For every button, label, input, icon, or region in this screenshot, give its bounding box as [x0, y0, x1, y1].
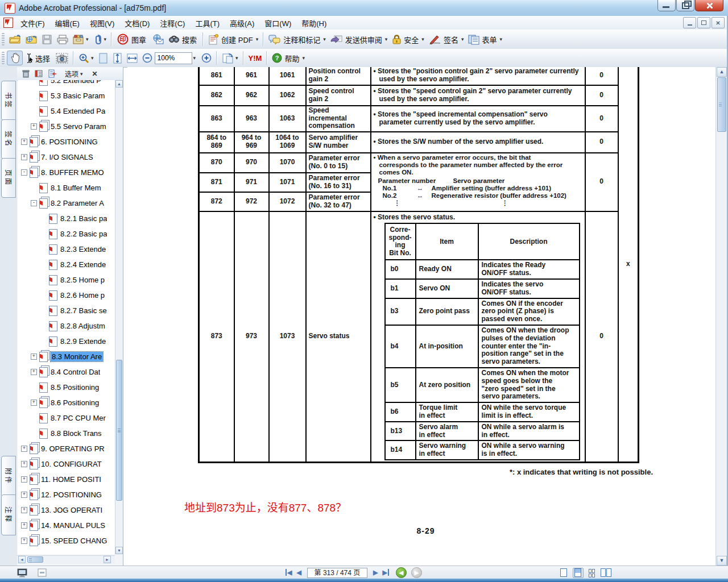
bookmark-label[interactable]: 8.2.5 Home p — [60, 276, 105, 284]
bookmark-label[interactable]: 8.1 Buffer Mem — [51, 184, 101, 192]
expand-toggle[interactable]: + — [21, 154, 27, 160]
bookmark-item[interactable]: 8.2.7 Basic se — [18, 303, 115, 318]
bookmark-item[interactable]: 8.2.4 Extende — [18, 257, 115, 272]
scroll-thumb[interactable] — [27, 556, 43, 563]
fit-page-button[interactable] — [96, 51, 110, 65]
doc-close-button[interactable]: ✕ — [712, 17, 725, 28]
zoom-level-field[interactable] — [155, 52, 192, 64]
bookmark-item[interactable]: -8.2 Parameter A — [18, 196, 115, 211]
new-bookmark-button[interactable] — [48, 69, 57, 78]
menu-file[interactable]: 文件(F) — [15, 16, 50, 30]
bookmark-item[interactable]: 8.5 Positioning — [18, 380, 115, 395]
single-page-button[interactable] — [559, 568, 569, 578]
minimize-button[interactable] — [657, 0, 676, 11]
bookmark-item[interactable]: 8.2.1 Basic pa — [18, 211, 115, 226]
bookmark-item[interactable]: 8.2.2 Basic pa — [18, 226, 115, 242]
scroll-thumb[interactable] — [116, 360, 122, 501]
options-menu-button[interactable]: 选项▾ — [65, 69, 83, 78]
bookmark-item[interactable]: 8.7 PC CPU Mer — [18, 410, 115, 426]
next-page-button[interactable]: ▶ — [373, 569, 378, 576]
bookmark-label[interactable]: 8.2.2 Basic pa — [60, 230, 107, 238]
send-review-button[interactable]: 发送供审阅▾ — [328, 32, 390, 47]
expand-toggle[interactable]: + — [31, 369, 37, 375]
first-page-button[interactable]: ◀ — [286, 569, 292, 576]
bookmark-item[interactable]: 8.8 Block Trans — [18, 426, 115, 441]
expand-toggle[interactable]: - — [21, 169, 27, 176]
bookmark-label[interactable]: 5.2 Extended P — [51, 80, 101, 85]
organizer-button[interactable]: ▾ — [71, 33, 91, 46]
panel-close-button[interactable]: ✕ — [92, 70, 98, 78]
bookmark-label[interactable]: 8.6 Positioning — [51, 398, 99, 407]
nav-tab-pages[interactable]: 页面 — [1, 158, 16, 198]
scroll-right-button[interactable]: ► — [104, 556, 111, 563]
bookmark-item[interactable]: +8.4 Control Dat — [18, 364, 115, 380]
zoom-dropdown-arrow[interactable]: ▾ — [193, 55, 196, 61]
expand-toggle[interactable]: - — [31, 200, 37, 206]
sidebar-vscrollbar[interactable]: ▲ ▼ — [115, 80, 123, 554]
email-button[interactable] — [150, 32, 166, 46]
page-number-field[interactable]: 第 313 / 474 页 — [307, 568, 367, 578]
expand-toggle[interactable]: + — [21, 507, 27, 513]
last-page-button[interactable]: ▶ — [382, 569, 388, 576]
bookmark-label[interactable]: 8.2.1 Basic pa — [60, 214, 107, 223]
expand-toggle[interactable]: + — [21, 446, 27, 452]
zoom-in-button[interactable] — [199, 51, 214, 65]
zoom-out-button[interactable] — [140, 51, 155, 65]
bookmark-item[interactable]: +10. CONFIGURAT — [18, 456, 115, 472]
save-button[interactable] — [40, 33, 55, 46]
bookmark-item[interactable]: +7. I/O SIGNALS — [18, 149, 115, 165]
toolbar-grip[interactable] — [2, 33, 5, 45]
bookmark-item[interactable]: +5.5 Servo Param — [18, 119, 115, 134]
bookmark-label[interactable]: 8.4 Control Dat — [51, 368, 100, 376]
bookmark-label[interactable]: 9. OPERATING PR — [41, 444, 105, 453]
sidebar-hscrollbar[interactable]: ◄ ► — [17, 555, 115, 564]
bookmark-item[interactable]: +9. OPERATING PR — [18, 441, 115, 456]
help-button[interactable]: ?帮助▾ — [270, 51, 307, 65]
bookmark-label[interactable]: 8.7 PC CPU Mer — [51, 414, 106, 422]
history-forward-button[interactable]: ▶ — [411, 567, 422, 578]
bookmark-label[interactable]: 5.4 Extended Pa — [51, 107, 105, 115]
bookmark-item[interactable]: +8.3 Monitor Are — [18, 349, 115, 364]
document-icon[interactable] — [3, 18, 13, 28]
toolbar-grip[interactable] — [2, 52, 5, 64]
bookmark-item[interactable]: +14. MANUAL PULS — [18, 518, 115, 533]
bookmark-item[interactable]: 5.3 Basic Param — [18, 88, 115, 103]
bookmark-label[interactable]: 8. BUFFER MEMO — [41, 168, 104, 177]
expand-toggle[interactable]: + — [31, 354, 37, 360]
scroll-down-button[interactable]: ▼ — [115, 547, 123, 554]
scroll-thumb[interactable] — [717, 77, 726, 132]
print-button[interactable] — [55, 33, 71, 46]
nav-tab-attachments[interactable]: 附件 — [1, 456, 16, 497]
bookmark-item[interactable]: +6. POSITIONING — [18, 134, 115, 149]
expand-toggle[interactable]: + — [31, 123, 37, 130]
bookmark-label[interactable]: 8.8 Block Trans — [51, 429, 102, 438]
bookmark-label[interactable]: 13. JOG OPERATI — [41, 506, 102, 514]
yahoo-messenger-button[interactable]: Y!M — [246, 52, 264, 64]
expand-toggle[interactable]: + — [21, 522, 27, 529]
expand-current-bookmark-button[interactable] — [35, 69, 43, 78]
bookmark-label[interactable]: 11. HOME POSITI — [41, 475, 101, 484]
menu-help[interactable]: 帮助(H) — [296, 16, 332, 30]
scroll-left-button[interactable]: ◄ — [18, 556, 26, 563]
open-web-button[interactable] — [23, 33, 40, 46]
close-button[interactable] — [695, 0, 723, 11]
bookmark-item[interactable]: 8.2.3 Extende — [18, 242, 115, 257]
nav-tab-comments[interactable]: 注释 — [1, 494, 16, 535]
secure-button[interactable]: 安全▾ — [390, 32, 427, 47]
doc-minimize-button[interactable] — [683, 17, 696, 28]
create-pdf-button[interactable]: 创建 PDF▾ — [206, 32, 260, 47]
bookmark-label[interactable]: 8.2 Parameter A — [51, 199, 104, 207]
bookmark-label[interactable]: 5.5 Servo Param — [51, 122, 106, 131]
bookmark-label[interactable]: 6. POSITIONING — [41, 138, 98, 146]
bookmark-label[interactable]: 8.2.8 Adjustm — [60, 322, 105, 330]
delete-bookmark-button[interactable] — [22, 69, 30, 78]
nav-tab-signatures[interactable]: 签名 — [1, 119, 16, 159]
bookmark-label[interactable]: 8.3 Monitor Are — [51, 352, 103, 361]
page-view-icon[interactable] — [38, 568, 47, 577]
stamp-button[interactable]: 印图章 — [114, 32, 150, 47]
bookmark-item[interactable]: 8.2.5 Home p — [18, 272, 115, 288]
nav-tab-bookmarks[interactable]: 书签 — [1, 81, 16, 120]
bookmark-label[interactable]: 8.5 Positioning — [51, 383, 99, 392]
bookmark-label[interactable]: 8.2.7 Basic se — [60, 306, 107, 315]
menu-advanced[interactable]: 高级(A) — [225, 16, 259, 30]
